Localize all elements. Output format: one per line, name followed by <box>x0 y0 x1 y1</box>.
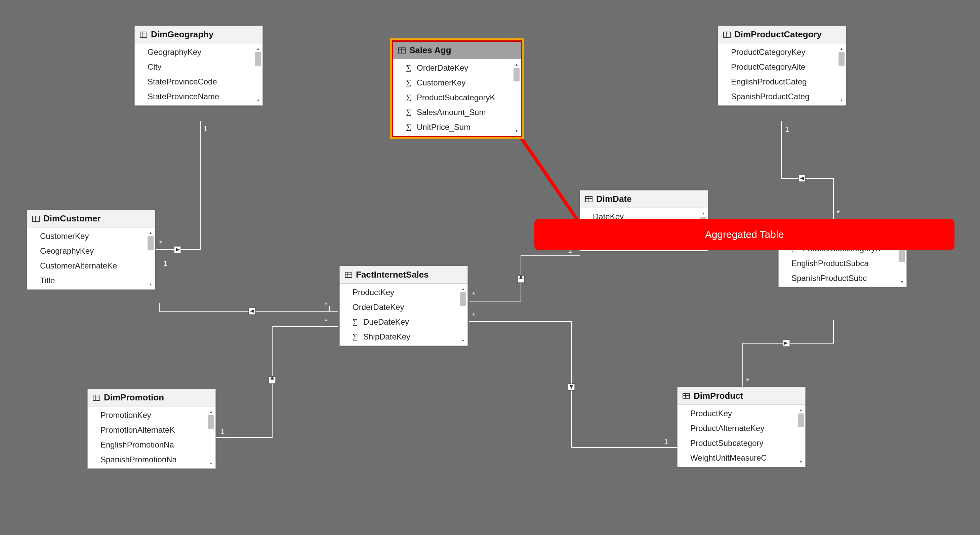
scroll-thumb[interactable] <box>208 415 214 429</box>
sigma-icon: ∑ <box>406 63 411 72</box>
field-row[interactable]: EnglishProductCateg <box>718 74 846 89</box>
field-list[interactable]: ProductKey OrderDateKey ∑DueDateKey ∑Shi… <box>340 284 468 346</box>
table-header[interactable]: DimGeography <box>135 26 262 43</box>
scrollbar[interactable]: ▴ ▾ <box>838 45 845 103</box>
table-header[interactable]: DimPromotion <box>88 389 215 406</box>
field-row[interactable]: ∑UnitPrice_Sum <box>393 120 521 134</box>
field-row[interactable]: ∑CustomerKey <box>393 75 521 90</box>
table-title: DimCustomer <box>43 213 100 224</box>
field-row[interactable]: SpanishPromotionNa <box>88 452 215 467</box>
scroll-thumb[interactable] <box>255 52 261 65</box>
field-row[interactable]: ProductKey <box>678 406 805 421</box>
table-header[interactable]: FactInternetSales <box>340 266 468 284</box>
sigma-icon: ∑ <box>353 332 358 341</box>
svg-rect-27 <box>724 32 730 37</box>
scroll-down-icon[interactable]: ▾ <box>208 460 214 466</box>
field-row[interactable]: WeightUnitMeasureC <box>678 450 805 465</box>
field-row[interactable]: ∑SalesAmount_Sum <box>393 105 521 120</box>
field-list[interactable]: GeographyKey City StateProvinceCode Stat… <box>135 43 262 105</box>
table-header[interactable]: DimProductCategory <box>718 26 846 43</box>
svg-rect-5 <box>249 308 255 315</box>
field-row[interactable]: EnglishPromotionNa <box>88 438 215 452</box>
scroll-up-icon[interactable]: ▴ <box>208 409 214 415</box>
scroll-down-icon[interactable]: ▾ <box>798 458 804 465</box>
field-label: UnitPrice_Sum <box>417 123 471 132</box>
scroll-up-icon[interactable]: ▴ <box>838 45 845 51</box>
field-row[interactable]: SpanishProductCateg <box>718 89 846 104</box>
field-list[interactable]: ProductCategoryKey ProductCategoryAlte E… <box>718 43 846 105</box>
table-factinternetsales[interactable]: FactInternetSales ProductKey OrderDateKe… <box>339 266 468 346</box>
field-row[interactable]: ProductCategoryAlte <box>718 59 846 74</box>
field-row[interactable]: CustomerAlternateKe <box>27 259 155 273</box>
scroll-down-icon[interactable]: ▾ <box>838 97 845 103</box>
table-header[interactable]: DimProduct <box>678 387 805 405</box>
field-row[interactable]: PromotionAlternateK <box>88 423 215 438</box>
table-dimpromotion[interactable]: DimPromotion PromotionKey PromotionAlter… <box>88 389 216 469</box>
scroll-down-icon[interactable]: ▾ <box>148 281 154 287</box>
scroll-thumb[interactable] <box>514 68 520 81</box>
scroll-thumb[interactable] <box>838 52 845 65</box>
scroll-thumb[interactable] <box>460 292 466 306</box>
scroll-up-icon[interactable]: ▴ <box>460 286 466 292</box>
field-list[interactable]: CustomerKey GeographyKey CustomerAlterna… <box>27 227 155 289</box>
field-row[interactable]: OrderDateKey <box>340 300 468 315</box>
scrollbar[interactable]: ▴ ▾ <box>460 286 466 343</box>
field-row[interactable]: GeographyKey <box>27 244 155 259</box>
scroll-up-icon[interactable]: ▴ <box>255 45 261 51</box>
table-header[interactable]: DimCustomer <box>27 210 155 227</box>
field-row[interactable]: ∑DueDateKey <box>340 315 468 329</box>
scroll-up-icon[interactable]: ▴ <box>798 407 804 413</box>
scrollbar[interactable]: ▴ ▾ <box>148 230 154 287</box>
table-header[interactable]: Sales Agg <box>393 42 521 59</box>
svg-text:1: 1 <box>203 125 207 133</box>
scroll-up-icon[interactable]: ▴ <box>514 61 520 67</box>
svg-text:1: 1 <box>163 259 167 267</box>
field-row[interactable]: Title <box>27 273 155 288</box>
table-dimproductcategory[interactable]: DimProductCategory ProductCategoryKey Pr… <box>718 26 846 105</box>
table-header[interactable]: DimDate <box>580 190 708 208</box>
svg-text:1: 1 <box>664 438 668 446</box>
field-row[interactable]: GeographyKey <box>135 45 262 59</box>
field-row[interactable]: CustomerKey <box>27 229 155 244</box>
field-list[interactable]: PromotionKey PromotionAlternateK English… <box>88 406 215 468</box>
table-dimcustomer[interactable]: DimCustomer CustomerKey GeographyKey Cus… <box>27 210 155 290</box>
svg-text:1: 1 <box>785 125 789 134</box>
scroll-down-icon[interactable]: ▾ <box>899 279 905 285</box>
field-row[interactable]: PromotionKey <box>88 408 215 423</box>
field-list[interactable]: ProductKey ProductAlternateKey ProductSu… <box>678 405 805 467</box>
scroll-down-icon[interactable]: ▾ <box>255 97 261 103</box>
field-row[interactable]: ∑ShipDateKey <box>340 329 468 344</box>
field-row[interactable]: ProductAlternateKey <box>678 421 805 436</box>
scroll-thumb[interactable] <box>798 414 804 427</box>
scrollbar[interactable]: ▴ ▾ <box>255 45 261 103</box>
scroll-thumb[interactable] <box>148 236 154 250</box>
svg-rect-36 <box>585 196 592 202</box>
field-row[interactable]: ProductCategoryKey <box>718 45 846 59</box>
field-row[interactable]: ProductKey <box>340 285 468 300</box>
field-row[interactable]: City <box>135 59 262 74</box>
scroll-thumb[interactable] <box>899 249 905 262</box>
scroll-up-icon[interactable]: ▴ <box>148 230 154 236</box>
table-dimgeography[interactable]: DimGeography GeographyKey City StateProv… <box>134 26 263 105</box>
svg-rect-21 <box>140 32 147 37</box>
scroll-down-icon[interactable]: ▾ <box>460 337 466 343</box>
svg-text:*: * <box>472 291 475 299</box>
field-row[interactable]: SpanishProductSubc <box>779 271 907 286</box>
field-row[interactable]: ∑OrderDateKey <box>393 61 521 75</box>
field-row[interactable]: ∑ProductSubcategoryK <box>393 90 521 105</box>
table-dimproduct[interactable]: DimProduct ProductKey ProductAlternateKe… <box>677 387 806 467</box>
scrollbar[interactable]: ▴ ▾ <box>798 407 804 465</box>
model-diagram-canvas[interactable]: 1 * 1 * 1 * * 1 <box>0 0 980 535</box>
svg-rect-24 <box>399 48 405 53</box>
field-list[interactable]: ∑OrderDateKey ∑CustomerKey ∑ProductSubca… <box>393 59 521 136</box>
scrollbar[interactable]: ▴ ▾ <box>208 409 214 466</box>
scroll-down-icon[interactable]: ▾ <box>514 128 520 134</box>
field-row[interactable]: EnglishProductSubca <box>779 256 907 271</box>
scroll-up-icon[interactable]: ▴ <box>700 210 706 216</box>
table-salesagg[interactable]: Sales Agg ∑OrderDateKey ∑CustomerKey ∑Pr… <box>392 40 522 137</box>
field-row[interactable]: StateProvinceCode <box>135 74 262 89</box>
field-row[interactable]: StateProvinceName <box>135 89 262 104</box>
scrollbar[interactable]: ▴ ▾ <box>514 61 520 134</box>
field-row[interactable]: ProductSubcategory <box>678 436 805 450</box>
svg-text:*: * <box>472 311 475 319</box>
